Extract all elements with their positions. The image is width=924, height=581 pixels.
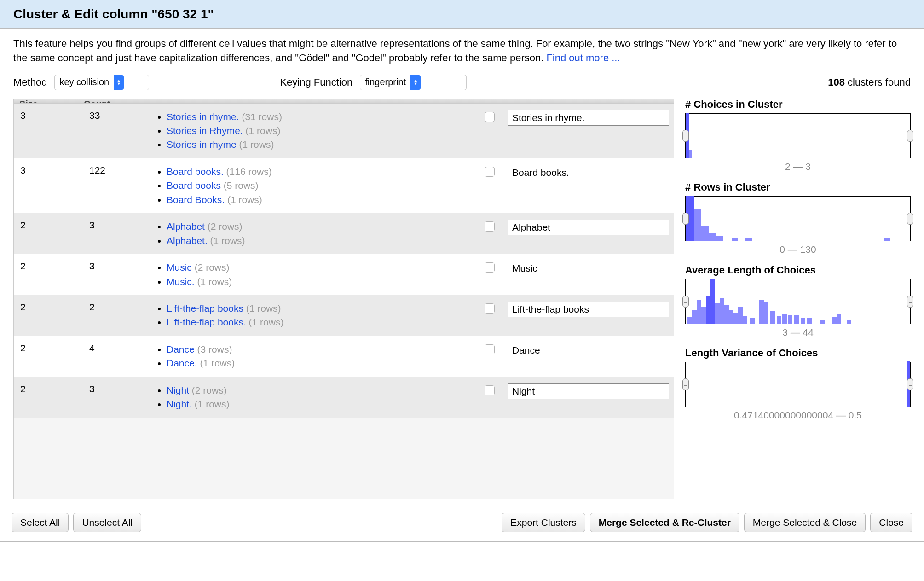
cluster-values: Music (2 rows)Music. (1 rows) [154,261,471,289]
merge-value-cell [508,261,669,276]
dialog-header: Cluster & Edit column "650 32 1" [0,0,924,29]
slider-handle-right[interactable] [907,130,913,142]
col-size-header: Size [19,99,84,103]
dialog-body: This feature helps you find groups of di… [0,29,924,506]
intro-body: This feature helps you find groups of di… [13,38,897,64]
rows-range: 0 — 130 [685,244,911,255]
row-count: 122 [89,165,154,176]
list-item: Alphabet (2 rows) [167,220,471,233]
merge-checkbox[interactable] [485,303,495,314]
select-all-button[interactable]: Select All [12,513,69,532]
merge-value-input[interactable] [508,110,669,126]
value-rows: (1 rows) [246,317,284,327]
value-link[interactable]: Dance [167,344,195,354]
value-link[interactable]: Music [167,262,192,273]
table-row: 23Night (2 rows)Night. (1 rows) [14,377,674,418]
keying-function-value: fingerprint [365,77,406,87]
merge-value-input[interactable] [508,220,669,235]
merge-checkbox-cell [471,261,508,273]
cluster-values: Dance (3 rows)Dance. (1 rows) [154,343,471,371]
slider-handle-right[interactable] [907,213,913,225]
value-link[interactable]: Board books [167,180,221,191]
value-link[interactable]: Board books. [167,166,224,177]
value-link[interactable]: Night [167,385,189,395]
slider-handle-right[interactable] [907,296,913,308]
list-item: Alphabet. (1 rows) [167,234,471,248]
value-link[interactable]: Alphabet [167,221,205,232]
cluster-size: 3 [20,165,89,176]
list-item: Night. (1 rows) [167,397,471,411]
close-button[interactable]: Close [870,513,912,532]
value-link[interactable]: Stories in rhyme [167,139,237,150]
list-item: Board Books. (1 rows) [167,193,471,207]
len-var-title: Length Variance of Choices [685,347,911,359]
row-count: 3 [89,261,154,272]
value-rows: (1 rows) [237,139,274,150]
value-rows: (1 rows) [195,276,232,287]
row-count: 3 [89,220,154,231]
merge-checkbox[interactable] [485,344,495,354]
rows-histogram[interactable] [685,196,911,241]
intro-text: This feature helps you find groups of di… [13,37,911,65]
chevron-updown-icon: ▲▼ [410,75,421,90]
merge-checkbox-cell [471,302,508,314]
merge-value-input[interactable] [508,302,669,317]
list-item: Music. (1 rows) [167,275,471,289]
table-row: 22Lift-the-flap books (1 rows)Lift-the-f… [14,295,674,336]
value-rows: (2 rows) [205,221,243,232]
merge-checkbox[interactable] [485,385,495,395]
method-select[interactable]: key collision ▲▼ [54,75,149,90]
value-link[interactable]: Alphabet. [167,235,208,246]
value-rows: (2 rows) [189,385,227,395]
choices-histogram[interactable] [685,113,911,158]
main-row: Size Count 333Stories in rhyme. (31 rows… [13,99,911,499]
find-out-more-link[interactable]: Find out more ... [546,52,620,64]
value-link[interactable]: Board Books. [167,194,225,205]
merge-value-cell [508,302,669,317]
list-item: Stories in Rhyme. (1 rows) [167,124,471,138]
clusters-table[interactable]: Size Count 333Stories in rhyme. (31 rows… [13,99,674,499]
slider-handle-left[interactable] [682,130,689,142]
cluster-size: 2 [20,343,89,354]
merge-checkbox-cell [471,110,508,122]
merge-checkbox-cell [471,383,508,395]
value-link[interactable]: Lift-the-flap books [167,303,243,314]
merge-checkbox[interactable] [485,262,495,273]
list-item: Board books. (116 rows) [167,165,471,179]
merge-checkbox[interactable] [485,221,495,232]
cluster-size: 2 [20,261,89,272]
merge-checkbox[interactable] [485,167,495,177]
len-var-histogram[interactable] [685,362,911,407]
merge-close-button[interactable]: Merge Selected & Close [744,513,866,532]
len-var-facet: Length Variance of Choices 0.47140000000… [685,347,911,421]
cluster-size: 3 [20,110,89,121]
slider-handle-right[interactable] [907,378,913,390]
merge-value-input[interactable] [508,383,669,399]
merge-value-cell [508,220,669,235]
cluster-edit-dialog: Cluster & Edit column "650 32 1" This fe… [0,0,924,542]
merge-checkbox[interactable] [485,112,495,122]
export-clusters-button[interactable]: Export Clusters [502,513,585,532]
merge-value-input[interactable] [508,261,669,276]
value-link[interactable]: Music. [167,276,195,287]
unselect-all-button[interactable]: Unselect All [73,513,141,532]
value-link[interactable]: Night. [167,399,192,409]
merge-value-input[interactable] [508,343,669,358]
merge-value-input[interactable] [508,165,669,180]
cluster-values: Stories in rhyme. (31 rows)Stories in Rh… [154,110,471,152]
value-link[interactable]: Stories in Rhyme. [167,125,243,136]
slider-handle-left[interactable] [682,296,689,308]
row-count: 4 [89,343,154,354]
value-link[interactable]: Lift-the-flap books. [167,317,246,327]
avg-len-histogram[interactable] [685,279,911,324]
slider-handle-left[interactable] [682,213,689,225]
slider-handle-left[interactable] [682,378,689,390]
table-row: 24Dance (3 rows)Dance. (1 rows) [14,336,674,377]
clusters-found-label: 108 clusters found [828,76,911,88]
row-count: 3 [89,383,154,395]
keying-function-select[interactable]: fingerprint ▲▼ [360,75,467,90]
value-link[interactable]: Dance. [167,358,197,368]
value-link[interactable]: Stories in rhyme. [167,111,239,122]
merge-recluster-button[interactable]: Merge Selected & Re-Cluster [590,513,739,532]
keying-function-label: Keying Function [280,76,352,88]
